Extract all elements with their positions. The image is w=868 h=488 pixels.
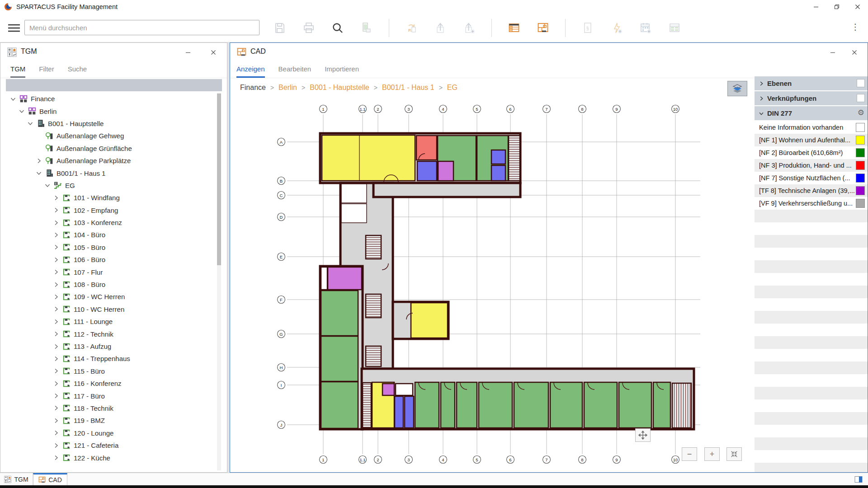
tree-item[interactable]: 112 - Technik [0, 328, 228, 340]
legend-row[interactable]: [NF 7] Sonstige Nutzflächen (... [755, 172, 868, 184]
tree-item[interactable]: 122 - Küche [0, 451, 228, 464]
chevron-down-icon[interactable] [44, 182, 51, 189]
tree-item[interactable]: Außenanlage Gehweg [0, 130, 228, 142]
floor-plan-canvas[interactable]: 111.11.122334455667788991010ABCDEFGHIJ [230, 101, 755, 472]
tree-item[interactable]: 108 - Büro [0, 278, 228, 291]
tree-item[interactable]: 121 - Cafeteria [0, 439, 228, 451]
fit-to-screen-button[interactable] [726, 447, 742, 461]
tree-item[interactable]: 106 - Büro [0, 253, 228, 266]
chevron-right-icon[interactable] [52, 429, 60, 436]
cad-minimize-icon[interactable] [826, 46, 840, 59]
chevron-right-icon[interactable] [52, 442, 60, 449]
office-rooms[interactable] [415, 382, 670, 428]
chevron-right-icon[interactable] [52, 417, 60, 424]
tree-item[interactable]: 120 - Lounge [0, 427, 228, 439]
chevron-down-icon[interactable] [27, 120, 34, 127]
taskbar-item-cad[interactable]: CAD [33, 473, 67, 485]
tree-item[interactable]: 118 - Technik [0, 402, 228, 414]
chevron-down-icon[interactable] [9, 95, 17, 103]
chevron-right-icon[interactable] [758, 80, 764, 87]
chevron-right-icon[interactable] [52, 231, 60, 239]
chevron-right-icon[interactable] [52, 194, 60, 202]
tree-item[interactable]: 115 - Büro [0, 365, 228, 377]
tree-item[interactable]: Berlin [0, 105, 228, 117]
cad-close-icon[interactable] [848, 46, 861, 59]
search-icon[interactable] [331, 21, 344, 35]
breadcrumb-item[interactable]: Berlin [278, 84, 297, 92]
tree-item[interactable]: 117 - Büro [0, 389, 228, 402]
layer-visibility-checkbox[interactable] [857, 79, 865, 87]
tree-item[interactable]: B001/1 - Haus 1 [0, 167, 228, 179]
chevron-right-icon[interactable] [35, 157, 42, 164]
tree-item[interactable]: 103 - Konferenz [0, 216, 228, 229]
chevron-right-icon[interactable] [52, 206, 60, 214]
chevron-right-icon[interactable] [52, 305, 60, 313]
breadcrumb-item[interactable]: Finance [240, 84, 266, 92]
tree-item[interactable]: 105 - Büro [0, 241, 228, 253]
chevron-right-icon[interactable] [758, 95, 764, 102]
tree-scrollbar[interactable] [217, 93, 221, 470]
chevron-right-icon[interactable] [52, 454, 60, 461]
chevron-down-icon[interactable] [758, 110, 764, 117]
legend-row[interactable]: [TF 8] Technische Anlagen (39,... [755, 184, 868, 197]
chevron-right-icon[interactable] [52, 244, 60, 251]
tab-cad-importieren[interactable]: Importieren [325, 65, 359, 78]
tree-item[interactable]: 101 - Windfang [0, 192, 228, 204]
table-view-icon[interactable] [507, 21, 521, 35]
breadcrumb-item[interactable]: EG [447, 84, 458, 92]
tab-tgm-suche[interactable]: Suche [68, 65, 87, 78]
chevron-right-icon[interactable] [52, 367, 60, 375]
chevron-right-icon[interactable] [52, 343, 60, 350]
chevron-right-icon[interactable] [52, 268, 60, 276]
floor-plan[interactable]: 111.11.122334455667788991010ABCDEFGHIJ [230, 101, 755, 472]
breadcrumb-item[interactable]: B001 - Hauptstelle [310, 84, 369, 92]
chevron-right-icon[interactable] [52, 318, 60, 325]
chevron-right-icon[interactable] [52, 392, 60, 399]
menu-search-input[interactable] [24, 20, 259, 35]
legend-row[interactable]: [NF 1] Wohnen und Aufenthal... [755, 134, 868, 146]
legend-row[interactable]: Keine Information vorhanden [755, 121, 868, 134]
tree-item[interactable]: Außenanlage Grünfläche [0, 142, 228, 155]
tab-tgm-filter[interactable]: Filter [39, 65, 54, 78]
tree-item[interactable]: 110 - WC Herren [0, 303, 228, 315]
tree-item[interactable]: Außenanlage Parkplätze [0, 155, 228, 167]
chevron-right-icon[interactable] [52, 281, 60, 288]
layer-visibility-checkbox[interactable] [857, 94, 865, 102]
legend-row[interactable]: [NF 3] Produktion, Hand- und ... [755, 159, 868, 172]
panel-layout-icon[interactable] [854, 475, 863, 483]
close-icon[interactable] [847, 0, 868, 14]
restore-icon[interactable] [826, 0, 847, 14]
tree-item[interactable]: 111 - Lounge [0, 315, 228, 328]
chevron-right-icon[interactable] [52, 355, 60, 362]
legend-row[interactable]: [NF 2] Büroarbeit (610,68m²) [755, 146, 868, 159]
chevron-right-icon[interactable] [52, 219, 60, 226]
tree-item[interactable]: 113 - Aufzug [0, 340, 228, 352]
taskbar-item-tgm[interactable]: TGM [0, 473, 33, 485]
tab-cad-anzeigen[interactable]: Anzeigen [236, 65, 265, 78]
chevron-right-icon[interactable] [52, 293, 60, 300]
tree-item[interactable]: 119 - BMZ [0, 414, 228, 427]
legend-row[interactable]: [VF 9] Verkehrserschließung u... [755, 197, 868, 210]
chevron-right-icon[interactable] [52, 256, 60, 263]
tree-item[interactable]: 114 - Treppenhaus [0, 352, 228, 365]
tree-item[interactable]: 116 - Konferenz [0, 377, 228, 389]
chevron-right-icon[interactable] [52, 404, 60, 412]
sidebar-section-ebenen[interactable]: Ebenen [755, 76, 868, 90]
tree-item[interactable]: 104 - Büro [0, 229, 228, 241]
tree-item[interactable]: 107 - Flur [0, 266, 228, 278]
zoom-in-button[interactable]: + [704, 447, 720, 461]
sidebar-section-verknüpfungen[interactable]: Verknüpfungen [755, 91, 868, 105]
tree-item[interactable]: 102 - Empfang [0, 204, 228, 216]
chevron-down-icon[interactable] [35, 169, 42, 177]
chevron-right-icon[interactable] [52, 330, 60, 338]
tree-scrollbar-thumb[interactable] [217, 94, 221, 265]
tab-tgm-tgm[interactable]: TGM [10, 65, 25, 78]
minimize-icon[interactable] [806, 0, 826, 14]
tgm-minimize-icon[interactable] [181, 46, 195, 59]
gear-icon[interactable]: ⚙ [858, 108, 864, 117]
tree-item[interactable]: 109 - WC Herren [0, 291, 228, 303]
layers-button[interactable] [727, 81, 747, 96]
chevron-down-icon[interactable] [18, 108, 25, 115]
zoom-out-button[interactable]: − [682, 447, 697, 461]
chevron-right-icon[interactable] [52, 380, 60, 387]
